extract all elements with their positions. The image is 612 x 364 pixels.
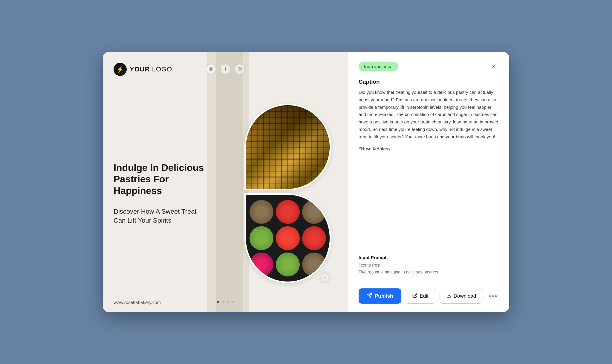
tart-1 — [250, 200, 273, 224]
tart-7 — [250, 253, 273, 276]
input-prompt-section: Input Prompt: Text to Post Five reasons … — [359, 255, 498, 275]
tart-3 — [302, 200, 326, 224]
logo-text: YOUR LOGO — [130, 65, 172, 73]
svg-rect-0 — [238, 67, 241, 71]
publish-icon — [367, 293, 372, 299]
action-bar: Publish Edit — [359, 284, 498, 304]
edit-button[interactable]: Edit — [405, 289, 436, 304]
details-panel: from your idea × Caption Did you know th… — [348, 52, 509, 312]
svg-point-1 — [239, 68, 241, 70]
hashtag: #RosettaBakery — [359, 146, 498, 151]
input-prompt-type: Text to Post — [359, 262, 498, 268]
post-pagination-dots — [217, 301, 234, 303]
instagram-icon — [235, 64, 245, 74]
tart-9 — [302, 253, 326, 276]
dot-1 — [217, 301, 219, 303]
edit-label: Edit — [420, 293, 428, 299]
post-text-column: Indulge In Delicious Pastries For Happin… — [114, 82, 215, 305]
svg-point-2 — [241, 68, 241, 68]
tart-8 — [276, 253, 300, 276]
post-image-tarts — [244, 193, 331, 283]
logo-icon: ⚡ — [114, 63, 127, 76]
tart-2 — [276, 200, 300, 224]
panel-header: from your idea × — [359, 62, 498, 71]
pinterest-icon — [206, 64, 216, 74]
tart-6 — [302, 226, 326, 250]
edit-icon — [412, 293, 417, 299]
post-social-icons — [206, 64, 245, 74]
post-main-content: Indulge In Delicious Pastries For Happin… — [114, 82, 337, 305]
post-subheadline: Discover How A Sweet Treat Can Lift Your… — [114, 207, 209, 225]
publish-label: Publish — [375, 293, 393, 299]
dot-3 — [227, 301, 229, 303]
dot-2 — [222, 301, 224, 303]
post-preview-panel: ⚡ YOUR LOGO — [103, 52, 348, 312]
post-images-column — [215, 82, 337, 305]
preview-modal: ⚡ YOUR LOGO — [103, 52, 509, 312]
input-prompt-value: Five reasons indulging in delicious past… — [359, 269, 498, 275]
input-prompt-title: Input Prompt: — [359, 255, 498, 260]
close-button[interactable]: × — [489, 62, 498, 71]
more-options-button[interactable]: ••• — [486, 290, 500, 302]
caption-section: Caption Did you know that treating yours… — [359, 79, 498, 255]
download-label: Download — [454, 293, 476, 299]
facebook-icon — [220, 64, 230, 74]
post-image-waffles — [244, 104, 331, 190]
caption-body: Did you know that treating yourself to a… — [359, 89, 498, 140]
post-headline: Indulge In Delicious Pastries For Happin… — [114, 162, 209, 196]
download-icon — [446, 293, 451, 299]
from-your-idea-badge: from your idea — [359, 62, 398, 71]
download-button[interactable]: Download — [440, 289, 483, 304]
tart-5 — [276, 226, 300, 250]
publish-button[interactable]: Publish — [359, 288, 401, 304]
caption-title: Caption — [359, 79, 498, 85]
dot-4 — [231, 301, 234, 303]
tart-4 — [250, 226, 273, 250]
post-website: www.rosettabakery.com — [114, 300, 161, 305]
